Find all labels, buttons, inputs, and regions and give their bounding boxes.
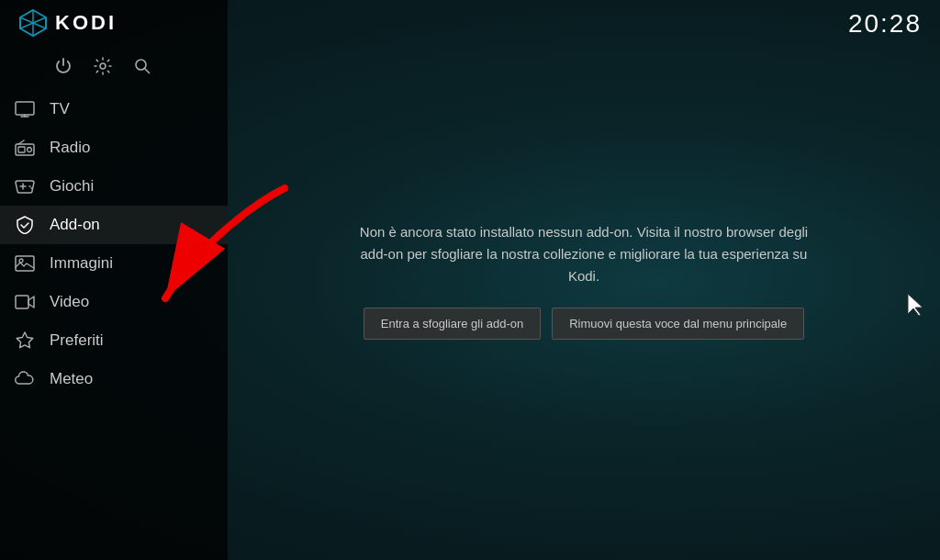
weather-icon <box>13 371 37 387</box>
sidebar-item-giochi[interactable]: Giochi <box>0 167 228 206</box>
info-box: Non è ancora stato installato nessun add… <box>336 203 832 358</box>
sidebar-item-tv[interactable]: TV <box>0 90 228 129</box>
logo-area: KODI <box>18 8 117 38</box>
nav-menu: TV Radio Giochi <box>0 90 228 560</box>
sidebar-item-immagini-label: Immagini <box>50 254 113 273</box>
svg-rect-18 <box>16 296 28 308</box>
radio-icon <box>13 140 37 156</box>
sidebar-item-addon[interactable]: Add-on <box>0 206 228 244</box>
svg-rect-10 <box>16 102 34 115</box>
svg-point-17 <box>19 259 23 263</box>
sidebar-item-meteo-label: Meteo <box>50 370 93 388</box>
svg-line-2 <box>33 17 46 23</box>
svg-point-7 <box>100 63 106 69</box>
search-button[interactable] <box>134 58 151 74</box>
sidebar-item-tv-label: TV <box>50 100 70 118</box>
tv-icon <box>13 101 37 118</box>
svg-point-14 <box>28 148 32 152</box>
sidebar-item-immagini[interactable]: Immagini <box>0 244 228 283</box>
sidebar-item-preferiti-label: Preferiti <box>50 331 104 350</box>
remove-from-menu-button[interactable]: Rimuovi questa voce dal menu principale <box>552 308 804 340</box>
video-icon <box>13 294 37 310</box>
sidebar-item-video-label: Video <box>50 293 89 311</box>
svg-line-9 <box>145 69 150 73</box>
sidebar-item-video[interactable]: Video <box>0 283 228 321</box>
addon-icon <box>13 216 37 234</box>
gamepad-icon <box>13 179 37 194</box>
main-content: Non è ancora stato installato nessun add… <box>228 0 940 560</box>
info-text: Non è ancora stato installato nessun add… <box>354 221 813 287</box>
svg-line-3 <box>20 23 33 28</box>
star-icon <box>13 331 37 350</box>
app-title: KODI <box>55 11 117 35</box>
browse-addons-button[interactable]: Entra a sfogliare gli add-on <box>364 308 541 340</box>
header: KODI 20:28 <box>0 0 940 46</box>
svg-line-1 <box>20 17 33 23</box>
sidebar-item-radio[interactable]: Radio <box>0 129 228 167</box>
sidebar-item-addon-label: Add-on <box>50 216 100 234</box>
clock-display: 20:28 <box>848 9 922 39</box>
sidebar-item-giochi-label: Giochi <box>50 177 94 196</box>
settings-button[interactable] <box>94 57 112 75</box>
image-icon <box>13 255 37 272</box>
svg-rect-15 <box>18 147 25 152</box>
sidebar: TV Radio Giochi <box>0 0 228 560</box>
sidebar-top-icons <box>0 46 228 83</box>
kodi-logo-icon <box>18 8 48 38</box>
sidebar-item-preferiti[interactable]: Preferiti <box>0 321 228 360</box>
power-button[interactable] <box>55 58 72 74</box>
svg-rect-16 <box>16 256 34 271</box>
sidebar-item-radio-label: Radio <box>50 139 90 157</box>
sidebar-item-meteo[interactable]: Meteo <box>0 360 228 398</box>
info-buttons: Entra a sfogliare gli add-on Rimuovi que… <box>354 308 813 340</box>
svg-line-4 <box>33 23 46 28</box>
